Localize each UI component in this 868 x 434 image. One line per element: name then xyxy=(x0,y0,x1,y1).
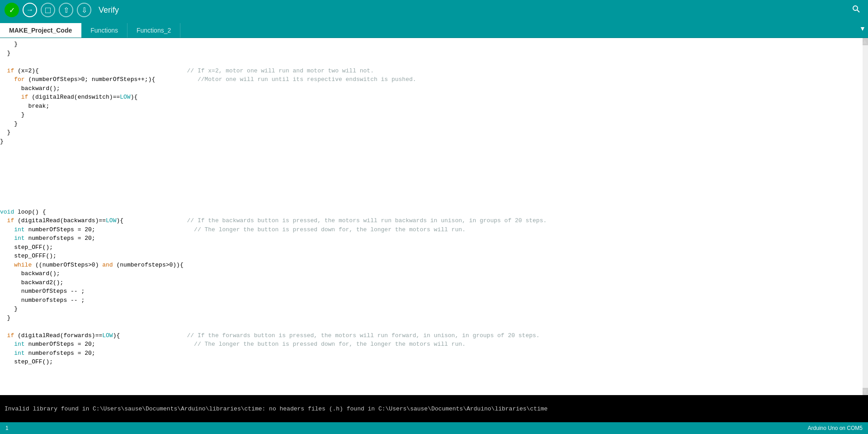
status-line: 1 xyxy=(5,425,9,431)
vertical-scrollbar[interactable]: ▲ ▼ xyxy=(863,38,868,395)
code-editor[interactable]: } } if (x=2){ // If x=2, motor one will … xyxy=(0,38,863,395)
open-button[interactable]: ⇧ xyxy=(59,3,73,17)
new-button[interactable]: □ xyxy=(41,3,55,17)
verify-button[interactable]: ✓ xyxy=(5,3,19,17)
scroll-down-arrow[interactable]: ▼ xyxy=(863,388,868,395)
editor-container: } } if (x=2){ // If x=2, motor one will … xyxy=(0,38,868,395)
search-button[interactable] xyxy=(849,3,863,17)
scroll-up-arrow[interactable]: ▲ xyxy=(863,38,868,45)
tab-functions[interactable]: Functions xyxy=(81,23,127,38)
toolbar-title: Verify xyxy=(99,5,119,15)
console-message: Invalid library found in C:\Users\sause\… xyxy=(5,405,547,412)
tabs-dropdown-button[interactable]: ▼ xyxy=(857,19,868,38)
svg-point-0 xyxy=(853,6,858,10)
tab-make-project-code[interactable]: MAKE_Project_Code xyxy=(0,23,81,38)
save-button[interactable]: ⇩ xyxy=(77,3,91,17)
tab-functions-2[interactable]: Functions_2 xyxy=(127,23,180,38)
upload-button[interactable]: → xyxy=(23,3,37,17)
console-panel: Invalid library found in C:\Users\sause\… xyxy=(0,395,868,422)
code-content: } } if (x=2){ // If x=2, motor one will … xyxy=(0,38,863,368)
svg-line-1 xyxy=(857,10,859,12)
toolbar: ✓ → □ ⇧ ⇩ Verify xyxy=(0,0,868,20)
status-board: Arduino Uno on COM5 xyxy=(808,425,863,431)
tabs-bar: MAKE_Project_Code Functions Functions_2 … xyxy=(0,20,868,38)
scroll-track[interactable] xyxy=(863,45,868,388)
status-bar: 1 Arduino Uno on COM5 xyxy=(0,422,868,434)
